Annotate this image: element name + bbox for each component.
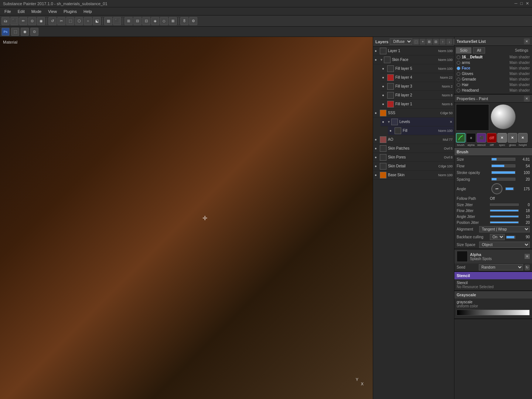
layer-row[interactable]: ● Fill layer 2 Norm 8 bbox=[381, 91, 454, 100]
layer-visibility[interactable]: ● bbox=[375, 137, 379, 142]
layers-btn-4[interactable]: ⊟ bbox=[433, 39, 439, 45]
layer-row[interactable]: ● Skin Pores Ovrl 8 bbox=[373, 153, 454, 162]
tool-btn-8[interactable]: ⬚ bbox=[66, 17, 74, 25]
layer-row-levels[interactable]: ● ▼ Levels ✕ bbox=[381, 117, 454, 126]
layers-btn-1[interactable]: ⬚ bbox=[413, 39, 419, 45]
window-controls[interactable]: ─ □ ✕ bbox=[515, 1, 529, 6]
channel-gloss-icon[interactable]: ✕ bbox=[508, 133, 517, 143]
layer-visibility[interactable]: ● bbox=[389, 129, 394, 133]
layer-visibility[interactable]: ● bbox=[375, 111, 379, 115]
viewport[interactable]: Material ✛ Y X bbox=[0, 37, 373, 399]
tool-btn-10[interactable]: ○ bbox=[84, 17, 92, 25]
tool-btn-5[interactable]: ◉ bbox=[37, 17, 45, 25]
brush-backface-select[interactable]: On bbox=[490, 234, 505, 240]
layer-row[interactable]: ● Skin Patches Ovrl 5 bbox=[373, 144, 454, 153]
tool-btn-1[interactable]: 🗂 bbox=[1, 17, 10, 25]
layer-visibility[interactable]: ● bbox=[382, 66, 386, 71]
layer-expand[interactable]: ▼ bbox=[387, 120, 391, 124]
layer-visibility[interactable]: ● bbox=[382, 75, 386, 80]
layer-row[interactable]: ● Fill layer 3 Norm 2 bbox=[381, 82, 454, 91]
ts-tab-all[interactable]: All bbox=[473, 47, 485, 54]
tool-btn-17[interactable]: ◈ bbox=[151, 17, 159, 25]
ts-item[interactable]: 16__Default Main shader bbox=[455, 54, 531, 60]
layer-expand[interactable]: ▼ bbox=[380, 58, 383, 62]
tool-btn-20[interactable]: 8 bbox=[180, 17, 188, 25]
brush-backface-slider[interactable] bbox=[506, 236, 515, 239]
ts-tab-solo[interactable]: Solo bbox=[456, 47, 471, 54]
menu-item-view[interactable]: View bbox=[45, 8, 60, 14]
layer-row[interactable]: ● Skin Detail Cdge 100 bbox=[373, 162, 454, 171]
tool-btn-4[interactable]: ⊙ bbox=[28, 17, 36, 25]
menu-item-plugins[interactable]: Plugins bbox=[61, 8, 80, 14]
angle-jitter-slider[interactable] bbox=[490, 215, 519, 218]
brush-angle-slider[interactable] bbox=[505, 187, 514, 190]
props-close[interactable]: ✕ bbox=[524, 96, 530, 102]
layer-row[interactable]: ● Fill layer 4 Norm 22 bbox=[381, 73, 454, 82]
layer-visibility[interactable]: ● bbox=[375, 58, 379, 62]
ts-item[interactable]: arms Main shader bbox=[455, 60, 531, 65]
layers-btn-5[interactable]: ↑ bbox=[440, 39, 446, 45]
ts-item[interactable]: Grenade Main shader bbox=[455, 76, 531, 82]
layer-visibility[interactable]: ● bbox=[375, 164, 379, 168]
ts-settings-btn[interactable]: Settings bbox=[513, 48, 531, 53]
grayscale-bar[interactable] bbox=[457, 310, 530, 316]
ts-item[interactable]: Hair Main shader bbox=[455, 82, 531, 88]
blend-mode-select[interactable]: Diffuse bbox=[390, 38, 412, 45]
tool-btn-2[interactable]: ⬛ bbox=[10, 17, 18, 25]
tool-btn-7[interactable]: ✂ bbox=[57, 17, 65, 25]
tb2-btn-3[interactable]: ⊙ bbox=[30, 28, 38, 36]
channel-alpha-icon[interactable]: α bbox=[466, 133, 476, 143]
alpha-close[interactable]: ✕ bbox=[525, 254, 530, 259]
channel-stencil-icon[interactable]: ⬛ bbox=[477, 133, 486, 143]
alpha-seed-select[interactable]: Random bbox=[479, 264, 523, 270]
brush-flow-slider[interactable] bbox=[491, 164, 515, 167]
layer-visibility[interactable]: ● bbox=[375, 173, 379, 177]
brush-sizespace-select[interactable]: Object bbox=[479, 242, 530, 248]
layer-visibility[interactable]: ● bbox=[382, 93, 386, 98]
tool-btn-11[interactable]: ⬕ bbox=[93, 17, 101, 25]
flow-jitter-slider[interactable] bbox=[490, 209, 519, 212]
tool-btn-16[interactable]: ⊡ bbox=[142, 17, 150, 25]
close-btn[interactable]: ✕ bbox=[526, 1, 529, 6]
alpha-seed-btn[interactable]: ↻ bbox=[525, 265, 530, 270]
tool-btn-14[interactable]: ⊞ bbox=[125, 17, 133, 25]
layer-row[interactable]: ● AO Mul 77 bbox=[373, 135, 454, 144]
levels-close[interactable]: ✕ bbox=[450, 120, 453, 124]
layer-row[interactable]: ● Base Skin Norm 100 bbox=[373, 171, 454, 180]
tool-btn-15[interactable]: ⊟ bbox=[133, 17, 141, 25]
tool-btn-6[interactable]: ↺ bbox=[48, 17, 57, 25]
layer-row-fill[interactable]: ● Fill Norm 100 bbox=[388, 126, 454, 135]
ts-item[interactable]: Gloves Main shader bbox=[455, 71, 531, 76]
tool-btn-19[interactable]: ⊠ bbox=[169, 17, 177, 25]
layers-btn-6[interactable]: ↓ bbox=[446, 39, 452, 45]
ps-icon[interactable]: Ps bbox=[1, 28, 10, 36]
channel-diff-icon[interactable]: diff bbox=[487, 133, 497, 143]
menu-item-edit[interactable]: Edit bbox=[15, 8, 28, 14]
channel-height-icon[interactable]: ✕ bbox=[518, 133, 528, 143]
tool-btn-21[interactable]: ⚙ bbox=[189, 17, 197, 25]
position-jitter-slider[interactable] bbox=[490, 221, 519, 224]
layer-visibility[interactable]: ● bbox=[382, 102, 386, 106]
brush-stroke-slider[interactable] bbox=[491, 171, 515, 174]
channel-brush-icon[interactable] bbox=[456, 133, 466, 143]
menu-item-help[interactable]: Help bbox=[81, 8, 95, 14]
tool-btn-3[interactable]: ✏ bbox=[19, 17, 27, 25]
menu-item-mode[interactable]: Mode bbox=[28, 8, 45, 14]
maximize-btn[interactable]: □ bbox=[520, 1, 523, 6]
brush-alignment-select[interactable]: Tangent | Wrap bbox=[479, 226, 530, 232]
layers-btn-3[interactable]: ⊞ bbox=[426, 39, 432, 45]
layer-row[interactable]: ● ▼ Skin Face Norm 100 bbox=[373, 55, 454, 64]
layer-visibility[interactable]: ● bbox=[375, 146, 379, 151]
layer-row[interactable]: ● Fill layer 1 Norm 6 bbox=[381, 100, 454, 109]
layer-row[interactable]: ● Layer 1 Norm 100 bbox=[373, 47, 454, 55]
layer-row[interactable]: ● SSS Cdge 50 bbox=[373, 109, 454, 117]
tb2-btn-2[interactable]: ◉ bbox=[21, 28, 29, 36]
layer-visibility[interactable]: ● bbox=[382, 84, 386, 89]
layer-row[interactable]: ● Fill layer 5 Norm 100 bbox=[381, 64, 454, 73]
minimize-btn[interactable]: ─ bbox=[515, 1, 518, 6]
tool-btn-12[interactable]: ▦ bbox=[104, 17, 112, 25]
ts-close[interactable]: ✕ bbox=[524, 38, 530, 44]
tool-btn-9[interactable]: ⬡ bbox=[75, 17, 83, 25]
ts-item-face[interactable]: Face Main shader bbox=[455, 65, 531, 71]
layer-visibility[interactable]: ● bbox=[382, 120, 386, 124]
